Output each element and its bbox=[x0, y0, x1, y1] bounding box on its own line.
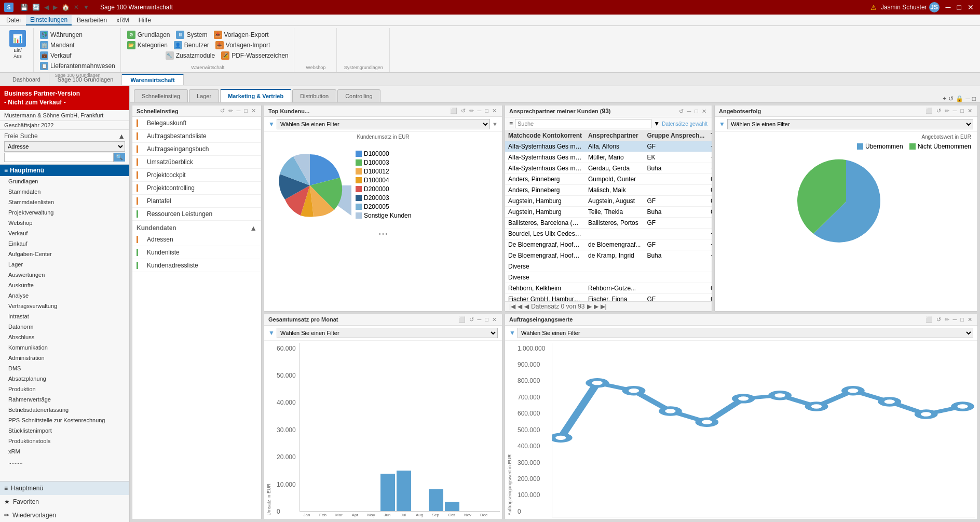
ribbon-kategorien[interactable]: 📂 Kategorien bbox=[125, 41, 170, 50]
quick-item-umsatz[interactable]: Umsatzüberblick bbox=[132, 156, 261, 169]
tab-schnelleinstieg[interactable]: Schnelleinstieg bbox=[134, 89, 188, 102]
nav-first-btn[interactable]: |◀ bbox=[509, 303, 515, 310]
quick-item-kundenliste[interactable]: Kundenliste bbox=[132, 246, 261, 259]
sidebar-bottom-favoriten[interactable]: ★ Favoriten bbox=[0, 495, 129, 508]
sidebar-item-auskuenfte[interactable]: Auskünfte bbox=[0, 280, 129, 290]
sidebar-item-xrm[interactable]: xRM bbox=[0, 446, 129, 457]
gesamt-icon1[interactable]: ⬜ bbox=[457, 316, 467, 323]
bar-item[interactable] bbox=[445, 502, 459, 511]
ansprechpartner-search-input[interactable] bbox=[515, 119, 651, 128]
quick-item-belegauskunft[interactable]: Belegauskunft bbox=[132, 117, 261, 130]
qa-dropdown[interactable]: ▼ bbox=[81, 3, 91, 11]
qa-fwd[interactable]: ▶ bbox=[51, 3, 59, 11]
angebot-edit-btn[interactable]: ✏ bbox=[944, 108, 950, 114]
sidebar-item-aufgaben[interactable]: Aufgaben-Center bbox=[0, 249, 129, 259]
auftragseingang-filter-select[interactable]: Wählen Sie einen Filter bbox=[518, 328, 973, 338]
sidebar-item-administration[interactable]: Administration bbox=[0, 353, 129, 363]
ribbon-system[interactable]: 🖥 System bbox=[174, 30, 209, 39]
topkunden-min-btn[interactable]: ─ bbox=[477, 108, 483, 114]
menu-datei[interactable]: Datei bbox=[2, 16, 25, 25]
table-row[interactable]: Alfa-Systemhaus Ges mbH, Wi...Alfa, Alfo… bbox=[505, 141, 712, 152]
sidebar-item-auswertungen[interactable]: Auswertungen bbox=[0, 270, 129, 280]
ansprech-min-btn[interactable]: ─ bbox=[686, 108, 692, 115]
topkunden-icon1[interactable]: ⬜ bbox=[449, 108, 458, 114]
angebot-close-btn[interactable]: ✕ bbox=[967, 108, 973, 114]
sidebar-item-pps[interactable]: PPS-Schnittstelle zur Kostenrechnung bbox=[0, 415, 129, 425]
quick-item-plantafel[interactable]: Plantafel bbox=[132, 195, 261, 208]
quick-item-adressen[interactable]: Adressen bbox=[132, 233, 261, 246]
table-row[interactable]: Diverse bbox=[505, 261, 712, 272]
gesamt-max-btn[interactable]: □ bbox=[484, 316, 489, 323]
sidebar-item-produktion[interactable]: Produktion bbox=[0, 384, 129, 394]
sidebar-bottom-hauptmenu[interactable]: ≡ Hauptmenü bbox=[0, 481, 129, 495]
gesamt-min-btn[interactable]: ─ bbox=[477, 316, 483, 323]
ribbon-vorlagen-export[interactable]: 📤 Vorlagen-Export bbox=[212, 30, 271, 39]
sidebar-bottom-wiedervorlagen[interactable]: ✏ Wiedervorlagen bbox=[0, 508, 129, 522]
table-row[interactable]: Rehborn, KelkheimRehborn-Gutze...06195-4… bbox=[505, 283, 712, 294]
table-row[interactable]: Augstein, HamburgAugstein, AugustGF040-2… bbox=[505, 196, 712, 207]
sidebar-search-btn[interactable]: 🔍 bbox=[114, 153, 125, 162]
address-dropdown[interactable]: Adresse bbox=[4, 141, 125, 152]
maximize-btn[interactable]: □ bbox=[955, 3, 963, 11]
qa-close[interactable]: ✕ bbox=[72, 3, 80, 11]
menu-einstellungen[interactable]: Einstellungen bbox=[26, 15, 72, 25]
qa-home[interactable]: 🏠 bbox=[60, 3, 71, 11]
auftrag-icon1[interactable]: ⬜ bbox=[924, 316, 934, 323]
tab-add-btn[interactable]: + bbox=[943, 95, 946, 102]
table-row[interactable]: De Bloemengraaf, Hoofdorp (E...de Bloeme… bbox=[505, 239, 712, 250]
angebot-icon1[interactable]: ⬜ bbox=[924, 108, 934, 114]
sidebar-item-lager[interactable]: Lager bbox=[0, 259, 129, 270]
quick-item-projektcontrolling[interactable]: Projektcontrolling bbox=[132, 182, 261, 195]
bar-item[interactable] bbox=[429, 489, 443, 511]
sidebar-item-dms[interactable]: DMS bbox=[0, 363, 129, 373]
sidebar-item-grundlagen[interactable]: Grundlagen bbox=[0, 176, 129, 186]
nav-last-btn[interactable]: ▶| bbox=[601, 303, 607, 310]
filter-dropdown-icon[interactable]: ▼ bbox=[492, 121, 498, 127]
table-row[interactable]: Alfa-Systemhaus Ges mbH, Wi...Müller, Ma… bbox=[505, 152, 712, 163]
ribbon-grundlagen[interactable]: ⚙ Grundlagen bbox=[125, 30, 172, 39]
top-kunden-filter-select[interactable]: Wählen Sie einen Filter bbox=[277, 119, 490, 129]
table-row[interactable]: Anders, PinnebergMalisch, Maik04101-1252 bbox=[505, 185, 712, 196]
ansprech-close-btn[interactable]: ✕ bbox=[701, 108, 707, 115]
sidebar-item-more[interactable]: ......... bbox=[0, 457, 129, 467]
ribbon-waehrungen[interactable]: 💱 Währungen bbox=[38, 30, 85, 39]
sidebar-collapse-icon[interactable]: ▲ bbox=[118, 132, 125, 140]
ansprech-max-btn[interactable]: □ bbox=[693, 108, 699, 115]
quick-item-kundenadresse[interactable]: Kundenadressliste bbox=[132, 259, 261, 272]
tab-maximize-btn[interactable]: □ bbox=[972, 95, 976, 102]
schnell-max-btn[interactable]: □ bbox=[243, 108, 249, 114]
tab-controlling[interactable]: Controlling bbox=[337, 89, 380, 102]
sidebar-item-intrastat[interactable]: Intrastat bbox=[0, 311, 129, 322]
sidebar-item-datanorm[interactable]: Datanorm bbox=[0, 322, 129, 332]
qa-refresh[interactable]: 🔄 bbox=[31, 3, 42, 11]
tab-lager[interactable]: Lager bbox=[189, 89, 219, 102]
gesamtumsatz-filter-select[interactable]: Wählen Sie einen Filter bbox=[277, 328, 498, 338]
tab-marketing[interactable]: Marketing & Vertrieb bbox=[220, 89, 291, 102]
ribbon-lieferanten[interactable]: 📋 Lieferantenmahnwesen bbox=[38, 61, 117, 71]
schnell-edit-btn[interactable]: ✏ bbox=[227, 108, 234, 114]
tab-distribution[interactable]: Distribution bbox=[292, 89, 336, 102]
angebotserfolg-filter-select[interactable]: Wählen Sie einen Filter bbox=[727, 119, 973, 129]
sidebar-item-verkauf[interactable]: Verkauf bbox=[0, 228, 129, 238]
table-row[interactable]: Bourdel, Les Ulix Cedes (EU m...+33-1-69… bbox=[505, 229, 712, 239]
nav-prev-btn[interactable]: ◀ bbox=[518, 303, 522, 310]
ribbon-zusatzmodule[interactable]: 🔧 Zusatzmodule bbox=[164, 51, 217, 60]
nav-next-btn[interactable]: ▶ bbox=[587, 303, 592, 310]
sidebar-item-absatz[interactable]: Absatzplanung bbox=[0, 373, 129, 384]
schnell-refresh-btn[interactable]: ↺ bbox=[219, 108, 226, 114]
gesamt-close-btn[interactable]: ✕ bbox=[491, 316, 498, 323]
topkunden-close-btn[interactable]: ✕ bbox=[491, 108, 498, 114]
sidebar-item-einkauf[interactable]: Einkauf bbox=[0, 238, 129, 249]
table-row[interactable]: De Bloemengraaf, Hoofdorp (E...de Kramp,… bbox=[505, 250, 712, 261]
ribbon-vorlagen-import[interactable]: 📥 Vorlagen-Import bbox=[213, 41, 272, 50]
topkunden-refresh-btn[interactable]: ↺ bbox=[460, 108, 467, 114]
window-controls[interactable]: ─ □ ✕ bbox=[944, 3, 976, 11]
ribbon-benutzer[interactable]: 👤 Benutzer bbox=[172, 41, 211, 50]
schnell-close-btn[interactable]: ✕ bbox=[250, 108, 257, 114]
menu-xrm[interactable]: xRM bbox=[112, 16, 133, 25]
tab-lock-btn[interactable]: 🔒 bbox=[956, 95, 963, 102]
quick-item-projektcockpit[interactable]: Projektcockpit bbox=[132, 169, 261, 182]
table-row[interactable]: Anders, PinnebergGumpold, Gunter04101-12… bbox=[505, 174, 712, 185]
schnell-min-btn[interactable]: ─ bbox=[236, 108, 242, 114]
quick-item-auftragsbestand[interactable]: Auftragsbestandsliste bbox=[132, 130, 261, 143]
